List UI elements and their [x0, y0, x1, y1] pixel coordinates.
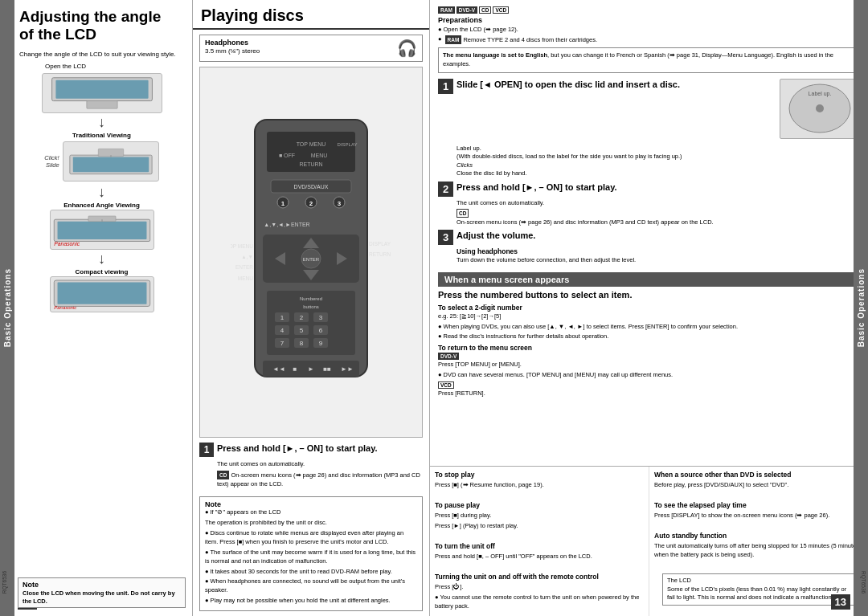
- step-1-cd-text: On-screen menu icons (➡ page 26) and dis…: [217, 471, 420, 487]
- headphones-box: Headphones 🎧 3.5 mm (⅛") stereo: [199, 35, 423, 62]
- svg-text:DVD/SD/AUX: DVD/SD/AUX: [294, 184, 329, 190]
- svg-text:MENU: MENU: [238, 275, 253, 281]
- note-item-2: Discs continue to rotate while menus are…: [205, 529, 417, 547]
- return-menu-section: To return to the menu screen DVD-V Press…: [438, 344, 860, 398]
- device-image-4: Panasonic: [50, 276, 154, 312]
- stop-play-text: Press [■] (➡ Resume function, page 19).: [435, 481, 644, 490]
- svg-text:MENU: MENU: [311, 153, 328, 158]
- svg-text:1: 1: [281, 200, 285, 207]
- select-digit-bullet1: When playing DVDs, you can also use [▲, …: [438, 323, 860, 332]
- turn-off-title: To turn the unit off: [435, 541, 644, 551]
- elapsed-time-title: To see the elapsed play time: [654, 500, 863, 510]
- return-menu-bullet: DVD can have several menus. [TOP MENU] a…: [438, 371, 860, 380]
- svg-text:TOP MENU: TOP MENU: [231, 243, 253, 249]
- right-basic-ops-strip: Basic Operations: [854, 0, 868, 616]
- menu-lang-bold: The menu language is set to English: [443, 51, 547, 59]
- press-numbered-text-col: Press the numbered buttons to select an …: [438, 289, 860, 400]
- press-numbered-section: Press the numbered buttons to select an …: [430, 289, 868, 400]
- center-note-box: Note If "⊘" appears on the LCD The opera…: [199, 496, 423, 611]
- pause-play-line1: Press [■] during play.: [435, 512, 644, 520]
- rp-step-3-text: Adjust the volume.: [457, 230, 860, 241]
- elapsed-time-text: Press [DISPLAY] to show the on-screen me…: [654, 512, 863, 520]
- rp-step-1-sub: Label up. (With double-sided discs, load…: [457, 145, 860, 178]
- rp-step-1-num: 1: [438, 79, 453, 94]
- note-item-3: The surface of the unit may become warm …: [205, 549, 417, 566]
- rp-step-1: 1 Slide [◄ OPEN] to open the disc lid an…: [438, 79, 860, 178]
- turning-on-note: You cannot use the remote control to tur…: [435, 594, 644, 611]
- arrow-3: ↓: [98, 251, 105, 266]
- return-menu-title: To return to the menu screen: [438, 344, 860, 352]
- cd-badge: CD: [217, 471, 229, 479]
- svg-text:4: 4: [280, 327, 285, 334]
- svg-rect-8: [57, 222, 146, 239]
- svg-text:DISPLAY: DISPLAY: [338, 142, 358, 147]
- step-1-sub1: The unit comes on automatically.: [217, 460, 423, 469]
- cd-badge-2: CD: [457, 209, 469, 218]
- return-menu-text: Press [TOP MENU] or [MENU].: [438, 361, 860, 369]
- prep-line-1: Open the LCD (➡ page 12).: [438, 26, 860, 35]
- svg-text:Label up.: Label up.: [809, 91, 832, 97]
- svg-text:2: 2: [300, 314, 304, 321]
- svg-rect-1: [55, 80, 148, 99]
- rp-step-2-row: 2 Press and hold [►, – ON] to start play…: [438, 182, 860, 197]
- svg-text:DISPLAY: DISPLAY: [369, 241, 391, 247]
- device-svg-4: Panasonic: [51, 277, 154, 312]
- badge-ram: RAM: [438, 6, 455, 14]
- device-image-3: Panasonic: [50, 210, 154, 250]
- svg-text:9: 9: [319, 340, 323, 347]
- rp-step-1-row: 1 Slide [◄ OPEN] to open the disc lid an…: [438, 79, 860, 142]
- step-1-text: Press and hold [►, – ON] to start play.: [217, 443, 378, 454]
- svg-text:Panasonic: Panasonic: [54, 305, 76, 310]
- prep-line-2: RAM Remove TYPE 2 and 4 discs from their…: [438, 35, 860, 45]
- device-svg-2: [63, 142, 158, 181]
- menu-screen-header: When a menu screen appears: [438, 272, 860, 287]
- bottom-notes: To stop play Press [■] (➡ Resume functio…: [430, 466, 868, 616]
- playing-discs-title: Playing discs: [193, 0, 429, 30]
- menu-lang-box: The menu language is set to English, but…: [438, 47, 860, 73]
- step3-and-menu: 3 Adjust the volume. Using headphones Tu…: [430, 230, 868, 267]
- rp-step-2-text: Press and hold [►, – ON] to start play.: [457, 182, 860, 193]
- device-2-row: Click! Slide: [44, 141, 158, 182]
- disc-image: Label up.: [780, 79, 860, 139]
- page-title: Adjusting the angleof the LCD: [19, 8, 184, 43]
- rp-step-2-sub: The unit comes on automatically.: [457, 199, 860, 208]
- step-1-num: 1: [199, 443, 214, 457]
- headphones-sub: 3.5 mm (⅛") stereo: [205, 47, 260, 55]
- svg-text:1: 1: [280, 314, 285, 321]
- turning-on-text: Press [⏻].: [435, 583, 644, 592]
- headphone-icon: 🎧: [397, 39, 417, 58]
- svg-text:Numbered: Numbered: [300, 296, 322, 301]
- rp-step-2-num: 2: [438, 182, 453, 197]
- rp-step-3: 3 Adjust the volume. Using headphones Tu…: [438, 230, 860, 267]
- rqt-label-left: RQT6536: [2, 571, 7, 594]
- ram-inline: RAM: [445, 35, 462, 44]
- note-item-4: It takes about 30 seconds for the unit t…: [205, 568, 417, 577]
- right-strip-label: Basic Operations: [857, 268, 866, 347]
- svg-text:2: 2: [309, 200, 313, 207]
- compact-label: Compact viewing: [76, 268, 129, 275]
- pause-play-title: To pause play: [435, 500, 644, 510]
- svg-rect-4: [72, 157, 148, 173]
- svg-text:▲,▼: ▲,▼: [241, 254, 253, 259]
- lcd-note-box: The LCD Some of the LCD's pixels (less t…: [662, 573, 855, 606]
- left-note-box: Note Close the LCD when moving the unit.…: [18, 577, 186, 608]
- svg-text:RETURN: RETURN: [369, 251, 391, 257]
- note-item-1: The operation is prohibited by the unit …: [205, 519, 417, 528]
- lcd-note-title: The LCD: [667, 577, 850, 585]
- svg-point-72: [816, 104, 824, 112]
- svg-text:▲,▼,◄,►ENTER: ▲,▼,◄,►ENTER: [264, 222, 309, 227]
- rp-step-1-text: Slide [◄ OPEN] to open the disc lid and …: [457, 79, 772, 90]
- arrow-2: ↓: [98, 185, 105, 199]
- select-digit-example: e.g. 25: [≧10]→[2]→[5]: [438, 312, 860, 321]
- slide-label: Slide: [46, 161, 59, 169]
- turn-off-text: Press and hold [■, – OFF] until "OFF" ap…: [435, 553, 644, 561]
- device-svg-3: Panasonic: [51, 210, 154, 249]
- note-item-6: Play may not be possible when you hold t…: [205, 597, 417, 606]
- svg-text:Panasonic: Panasonic: [54, 241, 80, 247]
- svg-text:■: ■: [293, 365, 297, 373]
- note-content: If "⊘" appears on the LCD The operation …: [205, 508, 417, 606]
- open-lcd-label: Open the LCD: [45, 63, 184, 70]
- using-headphones-text: Turn down the volume before connection, …: [457, 256, 860, 265]
- device-image-1: [42, 73, 162, 113]
- pause-play-line2: Press [►] (Play) to restart play.: [435, 522, 644, 531]
